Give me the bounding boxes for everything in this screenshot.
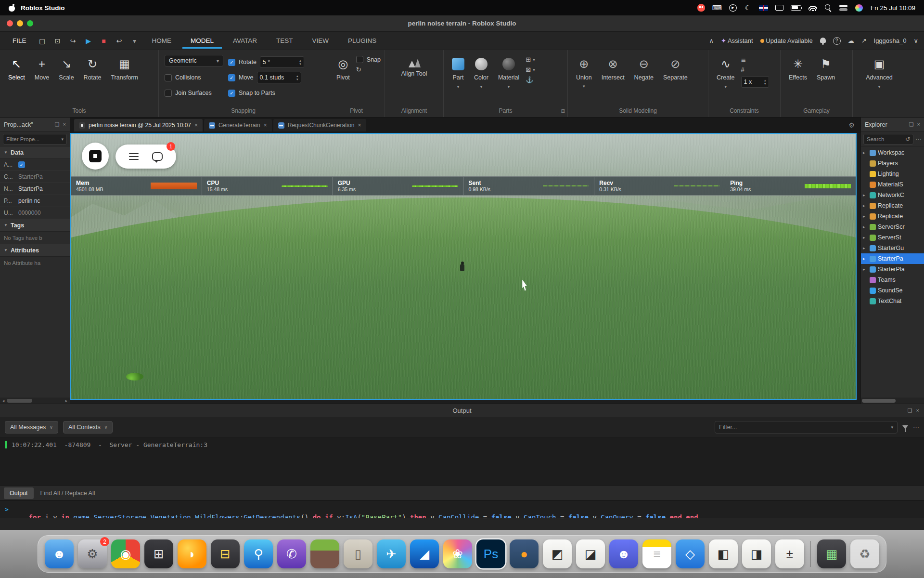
tab-model[interactable]: MODEL [182, 33, 222, 49]
close-tab-icon[interactable]: × [264, 122, 267, 129]
property-row[interactable]: N... StarterPa ✓ [0, 183, 70, 195]
collisions-checkbox[interactable] [165, 74, 172, 81]
dock-icon-minecraft[interactable] [310, 539, 339, 568]
red-creature-icon[interactable] [697, 4, 705, 12]
account-caret-icon[interactable]: ∨ [913, 37, 918, 44]
output-filter-input[interactable]: Filter...▾ [715, 421, 898, 434]
property-value[interactable]: perlin nc [18, 197, 40, 204]
file-menu-button[interactable]: FILE [6, 33, 33, 48]
transform-tool[interactable]: ▦ Transform [107, 55, 141, 83]
dock-icon-launchpad[interactable]: ⊞ [144, 539, 173, 568]
snap-mode-dropdown[interactable]: Geometric▾ [165, 55, 223, 66]
pivot-snap-checkbox[interactable] [356, 56, 363, 63]
dock-icon-chrome[interactable]: ◉ [111, 539, 140, 568]
lock-button[interactable]: ⊠▾ [526, 66, 535, 73]
explorer-item-server-script-service[interactable]: ▸ ServerScr [861, 222, 924, 232]
expand-chevron-icon[interactable]: ▸ [863, 150, 868, 155]
open-icon[interactable]: ⊡ [51, 34, 64, 48]
pivot-rotate-icon[interactable]: ↻ [356, 66, 381, 73]
section-header-data[interactable]: ▼Data [0, 146, 70, 159]
properties-filter-input[interactable]: Filter Prope...▾ [3, 134, 67, 144]
dock-icon-notes[interactable]: ≡ [642, 539, 671, 568]
help-icon[interactable]: ? [833, 37, 841, 45]
spawn-button[interactable]: ⚑Spawn [813, 55, 838, 83]
explorer-item-sound-service[interactable]: ▸ SoundSe [861, 285, 924, 296]
search-history-icon[interactable]: ↺ [905, 136, 910, 143]
bottom-tab-output[interactable]: Output [4, 487, 34, 499]
constraint-scale-input[interactable]: 1 x▴▾ [741, 76, 769, 88]
output-more-icon[interactable]: ⋯ [913, 423, 919, 431]
collapse-ribbon-icon[interactable]: ∧ [709, 37, 714, 44]
explorer-horizontal-scrollbar[interactable] [861, 397, 924, 404]
section-header-tags[interactable]: ▼Tags [0, 219, 70, 232]
expand-chevron-icon[interactable]: ▸ [863, 256, 868, 261]
roblox-menu-button[interactable] [82, 143, 109, 170]
close-tab-icon[interactable]: × [194, 122, 198, 129]
command-bar[interactable]: > for i,v in game.ServerStorage.Vegetati… [0, 500, 924, 518]
separate[interactable]: ⊘ Separate ▾ [660, 55, 691, 91]
battery-icon[interactable] [791, 5, 801, 11]
tab-home[interactable]: HOME [144, 33, 180, 49]
3d-viewport[interactable]: Mem 4501.08 MB CPU 15.48 ms [70, 133, 857, 400]
contexts-filter-dropdown[interactable]: All Contexts∨ [63, 421, 113, 434]
align-tool-button[interactable]: Align Tool [398, 55, 431, 79]
expand-chevron-icon[interactable]: ▸ [863, 193, 868, 197]
expand-chevron-icon[interactable]: ▸ [863, 203, 868, 208]
rotate-snap-input[interactable]: 5 °▴▾ [260, 56, 304, 68]
redo-icon[interactable]: ↪ [67, 34, 79, 48]
dock-icon-trash[interactable]: ♻ [850, 539, 879, 568]
advanced-button[interactable]: ▣Advanced▾ [862, 55, 896, 91]
command-bar-code[interactable]: for i,v in game.ServerStorage.Vegetation… [13, 498, 698, 521]
property-row[interactable]: C... StarterPa ✓ [0, 171, 70, 183]
scroll-right-icon[interactable]: ▸ [64, 398, 69, 403]
username[interactable]: Igggosha_0 [874, 37, 907, 44]
dock-icon-finder[interactable]: ☻ [45, 539, 74, 568]
screen-mirroring-icon[interactable] [775, 5, 783, 11]
dock-icon-telegram[interactable]: ✈ [377, 539, 406, 568]
select-tool[interactable]: ↖ Select [5, 55, 28, 83]
wifi-icon[interactable] [808, 5, 817, 11]
close-panel-icon[interactable]: × [917, 121, 920, 128]
log-entry[interactable]: 10:07:22.401 -874809 - Server - Generate… [5, 441, 919, 448]
apple-logo-icon[interactable] [9, 4, 15, 12]
explorer-item-lighting[interactable]: ▸ Lighting [861, 169, 924, 179]
tab-test[interactable]: TEST [268, 33, 301, 49]
property-row[interactable]: U... 0000000 ✓ [0, 207, 70, 219]
siri-icon[interactable] [855, 4, 863, 12]
explorer-search-input[interactable]: Search ↺ [863, 134, 913, 144]
surface-grid-button[interactable]: ⊞▾ [526, 56, 535, 63]
dock-icon-viber[interactable]: ✆ [277, 539, 306, 568]
scrollbar-thumb[interactable] [862, 399, 896, 403]
explorer-item-teams[interactable]: ▸ Teams [861, 275, 924, 285]
keyboard-icon[interactable]: ⌨ [712, 4, 722, 12]
dock-icon-firefox[interactable]: ◗ [178, 539, 206, 568]
stop-icon[interactable]: ■ [98, 34, 110, 48]
property-row[interactable]: A... ✓ [0, 159, 70, 171]
share-icon[interactable]: ↗ [861, 37, 867, 44]
scrollbar-thumb[interactable] [7, 399, 32, 403]
expand-chevron-icon[interactable]: ▸ [863, 267, 868, 272]
doc-tab-generate-terrain[interactable]: GenerateTerrain × [204, 119, 272, 131]
property-value[interactable]: 0000000 [18, 210, 41, 216]
dock-icon-vscode[interactable]: ◢ [410, 539, 439, 568]
dock-icon-calculator-app[interactable]: ± [775, 539, 804, 568]
property-value[interactable]: StarterPa [18, 185, 43, 192]
move-snap-checkbox[interactable]: ✓ [228, 74, 235, 81]
color-button[interactable]: Color▾ [471, 55, 492, 91]
dock-icon-retro-tv-app[interactable]: ▦ [817, 539, 846, 568]
spotlight-search-icon[interactable] [824, 4, 832, 12]
explorer-item-replicated-first[interactable]: ▸ Replicate [861, 200, 924, 211]
hamburger-menu-icon[interactable] [129, 156, 139, 158]
output-log[interactable]: 10:07:22.401 -874809 - Server - Generate… [0, 437, 924, 486]
control-center-icon[interactable] [839, 4, 848, 12]
dock-icon-photos[interactable]: ❀ [443, 539, 472, 568]
move-tool[interactable]: + Move [31, 55, 53, 83]
explorer-item-starter-pack[interactable]: ▸ StarterPa [861, 253, 924, 264]
popout-panel-icon[interactable]: ❏ [55, 121, 60, 128]
dock-icon-magnifier-app[interactable]: ⚲ [244, 539, 273, 568]
dock-icon-white-app-2[interactable]: ◪ [576, 539, 605, 568]
anchor-button[interactable]: ⚓ [526, 76, 535, 83]
dock-icon-blender[interactable]: ● [510, 539, 539, 568]
popout-panel-icon[interactable]: ❏ [909, 121, 914, 128]
explorer-item-replicated-storage[interactable]: ▸ Replicate [861, 211, 924, 222]
